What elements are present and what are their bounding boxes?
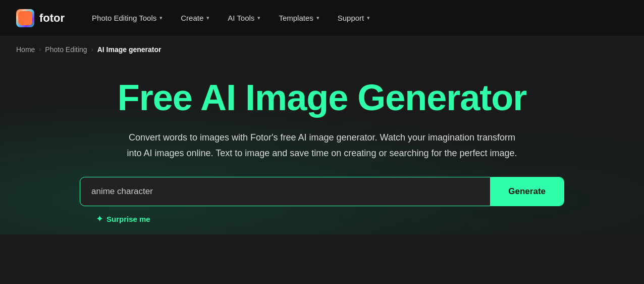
surprise-me-row[interactable]: ✦ Surprise me (96, 213, 150, 224)
nav-label-templates: Templates (279, 14, 313, 22)
logo[interactable]: fotor (16, 9, 65, 27)
breadcrumb-sep-1: › (39, 46, 41, 53)
breadcrumb-home[interactable]: Home (16, 45, 35, 54)
breadcrumb-sep-2: › (91, 46, 93, 53)
nav-item-support[interactable]: Support ▾ (331, 10, 378, 26)
chevron-down-icon: ▾ (316, 15, 319, 21)
nav-label-support: Support (338, 14, 364, 22)
generate-button[interactable]: Generate (490, 177, 564, 206)
nav-item-photo-editing-tools[interactable]: Photo Editing Tools ▾ (85, 10, 170, 26)
svg-rect-0 (18, 11, 32, 25)
surprise-me-label: Surprise me (106, 215, 150, 223)
nav-label-ai-tools: AI Tools (228, 14, 254, 22)
nav-item-create[interactable]: Create ▾ (174, 10, 217, 26)
chevron-down-icon: ▾ (257, 15, 260, 21)
prompt-input-row: Generate (80, 177, 564, 206)
chevron-down-icon: ▾ (206, 15, 209, 21)
main-nav: fotor Photo Editing Tools ▾ Create ▾ AI … (0, 0, 644, 36)
breadcrumb-current: AI Image generator (97, 45, 162, 54)
logo-text: fotor (39, 12, 65, 25)
nav-label-photo-editing-tools: Photo Editing Tools (92, 14, 156, 22)
hero-description: Convert words to images with Fotor's fre… (120, 130, 524, 161)
breadcrumb: Home › Photo Editing › AI Image generato… (0, 36, 644, 63)
nav-menu: Photo Editing Tools ▾ Create ▾ AI Tools … (85, 10, 377, 26)
sparkle-icon: ✦ (96, 213, 103, 224)
nav-label-create: Create (181, 14, 203, 22)
hero-section: Free AI Image Generator Convert words to… (0, 63, 644, 234)
chevron-down-icon: ▾ (367, 15, 370, 21)
nav-item-templates[interactable]: Templates ▾ (272, 10, 326, 26)
logo-icon (16, 9, 34, 27)
prompt-input[interactable] (80, 177, 490, 206)
chevron-down-icon: ▾ (159, 15, 163, 21)
nav-item-ai-tools[interactable]: AI Tools ▾ (221, 10, 267, 26)
hero-title: Free AI Image Generator (118, 78, 527, 118)
breadcrumb-photo-editing[interactable]: Photo Editing (45, 45, 87, 54)
